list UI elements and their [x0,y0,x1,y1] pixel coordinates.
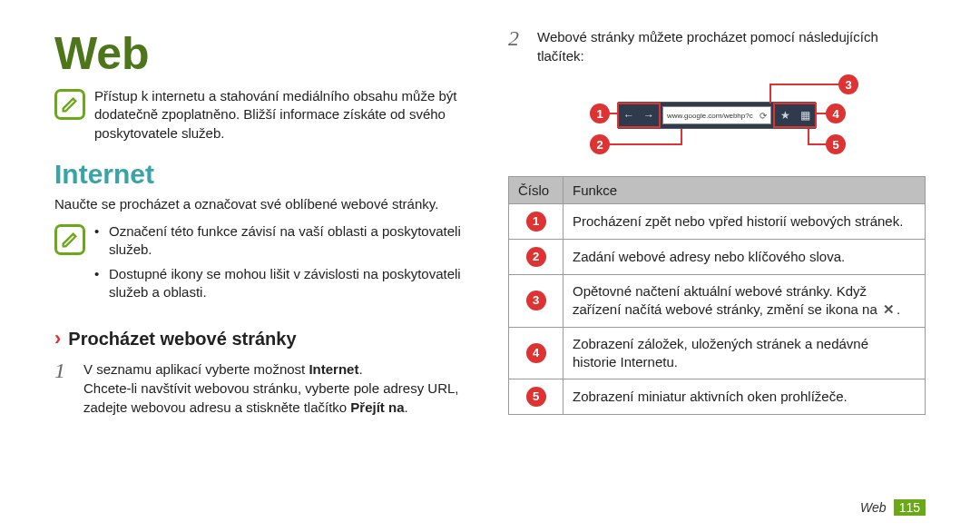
subheading: › Procházet webové stránky [54,327,472,350]
footer-page-number: 115 [894,499,926,516]
row-text: Zadání webové adresy nebo klíčového slov… [564,240,926,275]
table-row: 5 Zobrazení miniatur aktivních oken proh… [509,379,926,415]
right-buttons-box: ★ ▦ [773,103,817,128]
table-header-func: Funkce [564,177,926,204]
refresh-icon[interactable]: ⟳ [760,111,767,121]
lead-line [817,113,828,114]
note-pencil-icon [54,89,85,120]
forward-button[interactable]: → [639,104,659,126]
table-row: 2 Zadání webové adresy nebo klíčového sl… [509,240,926,275]
row-text: Procházení zpět nebo vpřed historií webo… [564,204,926,240]
callout-badge-2: 2 [590,134,610,154]
list-item: Označení této funkce závisí na vaší obla… [94,222,472,260]
subheading-text: Procházet webové stránky [68,329,296,350]
table-header-num: Číslo [509,177,564,204]
lead-line [610,143,682,145]
row-badge: 3 [526,291,546,310]
step-body: V seznamu aplikací vyberte možnost Inter… [83,360,472,417]
row-badge: 2 [526,247,546,267]
lead-line [769,84,771,103]
note-list-2: Označení této funkce závisí na vaší obla… [94,222,472,307]
row-text: Opětovné načtení aktuální webové stránky… [564,275,926,328]
page-title: Web [54,27,472,80]
row-text: Zobrazení miniatur aktivních oken prohlí… [564,379,926,415]
page-footer: Web 115 [860,499,926,516]
pencil-icon [60,94,80,114]
row-badge: 1 [526,212,546,232]
step-text-tail: . [358,361,362,377]
lead-line [610,113,619,114]
browser-toolbar: ← → www.google.com/webhp?c ⟳ ★ ▦ [617,102,817,129]
row-badge: 5 [526,387,546,407]
lead-line [769,84,838,85]
row-text: Zobrazení záložek, uložených stránek a n… [564,327,926,379]
note-text-1: Přístup k internetu a stahování mediální… [94,87,472,143]
row-text-part: . [897,301,900,317]
note-pencil-icon [54,224,85,255]
lead-line [808,143,828,145]
note-block-2: Označení této funkce závisí na vaší obla… [54,222,472,307]
url-field[interactable]: www.google.com/webhp?c ⟳ [662,106,771,124]
step-number: 1 [54,360,74,381]
step-strong: Přejít na [350,399,404,415]
row-text-part: Opětovné načtení aktuální webové stránky… [573,283,881,317]
windows-button[interactable]: ▦ [795,104,815,126]
bookmarks-button[interactable]: ★ [775,104,795,126]
url-text: www.google.com/webhp?c [667,112,753,120]
callout-badge-3: 3 [838,74,858,94]
table-row: 3 Opětovné načtení aktuální webové strán… [509,275,926,328]
nav-buttons-box: ← → [617,103,661,128]
step-body: Webové stránky můžete procházet pomocí n… [537,27,926,65]
pencil-icon [60,230,80,250]
x-icon: ✕ [881,300,897,319]
step-2: 2 Webové stránky můžete procházet pomocí… [508,27,926,65]
list-item: Dostupné ikony se mohou lišit v závislos… [94,265,472,302]
step-strong: Internet [309,361,358,377]
table-row: 4 Zobrazení záložek, uložených stránek a… [509,327,926,379]
row-badge: 4 [526,343,546,363]
lead-line [808,129,809,143]
step-text-tail: . [405,399,408,415]
callout-badge-5: 5 [826,134,846,154]
toolbar-diagram: ← → www.google.com/webhp?c ⟳ ★ ▦ 1 2 3 4… [554,74,880,165]
note-block-1: Přístup k internetu a stahování mediální… [54,87,472,143]
back-button[interactable]: ← [619,104,639,126]
intro-text: Naučte se procházet a označovat své oblí… [54,195,472,213]
footer-section: Web [860,500,887,515]
function-table: Číslo Funkce 1 Procházení zpět nebo vpře… [508,176,926,415]
step-text: V seznamu aplikací vyberte možnost [83,361,309,377]
section-title: Internet [54,159,472,190]
callout-badge-1: 1 [590,103,610,123]
callout-badge-4: 4 [826,103,846,123]
step-number: 2 [508,27,528,49]
step-1: 1 V seznamu aplikací vyberte možnost Int… [54,360,472,417]
chevron-right-icon: › [54,327,61,350]
table-row: 1 Procházení zpět nebo vpřed historií we… [509,204,926,240]
lead-line [681,129,682,143]
